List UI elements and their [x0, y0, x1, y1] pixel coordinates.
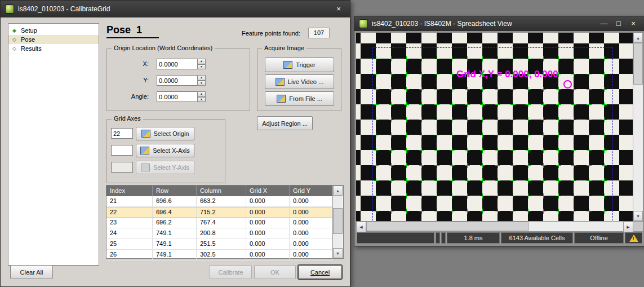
grid-cross-marker [450, 133, 455, 138]
close-icon[interactable]: × [627, 18, 640, 29]
grid-cross-marker [434, 133, 439, 138]
scrollbar-thumb[interactable] [366, 222, 528, 231]
scroll-right-icon[interactable]: ▶ [623, 222, 633, 232]
adjust-region-button[interactable]: Adjust Region ... [257, 116, 313, 130]
scroll-down-icon[interactable]: ▼ [333, 248, 343, 258]
x-axis-index-field[interactable] [111, 145, 133, 156]
grid-cross-marker [480, 133, 485, 138]
grid-cross-marker [571, 178, 576, 183]
grid-cross-marker [541, 209, 546, 214]
grid-cross-marker [480, 117, 485, 122]
angle-label: Angle: [107, 93, 149, 100]
table-scrollbar[interactable]: ▲ ▼ [332, 186, 343, 258]
grid-cross-marker [419, 117, 424, 122]
spinner-up-icon[interactable]: ▲ [197, 91, 206, 97]
tree-item-label: Setup [21, 27, 37, 34]
column-header: Grid X [246, 186, 290, 196]
spreadsheet-titlebar[interactable]: is8402_010203 - IS8402M - Spreadsheet Vi… [354, 16, 644, 31]
grid-cross-marker [602, 193, 607, 198]
tree-item-setup[interactable]: ◆ Setup [8, 26, 99, 35]
grid-cross-marker [602, 133, 607, 138]
x-input[interactable] [157, 59, 198, 69]
grid-cross-marker [541, 178, 546, 183]
trigger-button[interactable]: Trigger [265, 58, 334, 72]
spinner-down-icon[interactable]: ▼ [197, 97, 206, 103]
origin-index-field[interactable] [111, 128, 133, 139]
scrollbar-thumb[interactable] [333, 208, 343, 234]
y-input[interactable] [157, 75, 198, 86]
grid-cross-marker [556, 102, 561, 107]
tree-item-label: Results [21, 45, 42, 52]
table-cell: 0.000 [290, 250, 332, 260]
grid-cross-marker [541, 117, 546, 122]
status-segment-warning[interactable] [625, 232, 642, 244]
live-video-button[interactable]: Live Video ... [265, 74, 334, 89]
vertical-scrollbar[interactable]: ▲ ▼ [633, 33, 643, 221]
spinner-down-icon[interactable]: ▼ [197, 81, 206, 86]
select-x-axis-button[interactable]: Select X-Axis [136, 144, 194, 157]
grid-cross-marker [465, 102, 470, 107]
minimize-icon[interactable]: — [597, 18, 611, 29]
grid-cross-marker [587, 56, 592, 61]
spinner-down-icon[interactable]: ▼ [197, 64, 206, 70]
grid-cross-marker [389, 148, 394, 153]
grid-cross-marker [587, 117, 592, 122]
scrollbar-thumb[interactable] [633, 43, 643, 85]
grid-cross-marker [419, 72, 424, 77]
table-cell: 715.2 [197, 207, 246, 217]
spinner-up-icon[interactable]: ▲ [197, 59, 206, 64]
table-row-selected[interactable]: 22 696.4 715.2 0.000 0.000 [106, 207, 332, 218]
scroll-up-icon[interactable]: ▲ [633, 33, 643, 43]
grid-cross-marker [495, 133, 500, 138]
scrollbar-track[interactable] [333, 196, 343, 248]
grid-cross-marker [571, 87, 576, 92]
from-file-button[interactable]: From File ... [265, 91, 334, 106]
grid-cross-marker [510, 117, 516, 122]
cancel-button[interactable]: Cancel [298, 265, 342, 279]
grid-cross-marker [480, 87, 485, 92]
button-label: Select Y-Axis [153, 164, 189, 171]
origin-location-group: Origin Location (World Coordinates) X: ▲… [106, 48, 250, 111]
clear-all-button[interactable]: Clear All [10, 265, 53, 279]
angle-input[interactable] [157, 91, 198, 102]
horizontal-scrollbar[interactable]: ◀ ▶ [356, 222, 633, 231]
table-cell: 251.5 [197, 239, 246, 249]
grid-cross-marker [450, 163, 455, 168]
table-row[interactable]: 21 696.6 663.2 0.000 0.000 [106, 196, 332, 207]
angle-spinner: ▲ ▼ [197, 91, 206, 102]
tree-item-pose[interactable]: ◇ Pose [8, 35, 99, 44]
grid-cross-marker [465, 133, 470, 138]
scroll-up-icon[interactable]: ▲ [333, 186, 343, 196]
table-header-row: Index Row Column Grid X Grid Y [106, 186, 332, 196]
calibrate-titlebar[interactable]: is8402_010203 - CalibrateGrid × [1, 1, 350, 17]
image-viewport[interactable]: Grid X,Y = 0.000, 0.000 [356, 33, 633, 221]
grid-cross-marker [602, 163, 607, 168]
grid-cross-marker [587, 163, 592, 168]
grid-cross-marker [495, 117, 500, 122]
grid-cross-marker [389, 193, 394, 198]
select-origin-button[interactable]: Select Origin [136, 127, 194, 140]
scrollbar-track[interactable] [528, 222, 623, 231]
spreadsheet-body: Grid X,Y = 0.000, 0.000 ▲ ▼ ◀ ▶ [354, 31, 644, 246]
tree-item-results[interactable]: ◇ Results [8, 44, 99, 53]
table-row[interactable]: 24 749.1 200.8 0.000 0.000 [106, 228, 332, 239]
button-label: Calibrate [218, 269, 243, 276]
grid-cross-marker [465, 209, 470, 214]
table-cell: 0.000 [246, 250, 290, 260]
grid-cross-marker [434, 193, 439, 198]
scroll-down-icon[interactable]: ▼ [633, 211, 643, 221]
table-row[interactable]: 26 749.1 302.5 0.000 0.000 [106, 250, 332, 260]
spinner-up-icon[interactable]: ▲ [197, 75, 206, 81]
close-icon[interactable]: × [332, 3, 345, 15]
grid-cross-marker [495, 178, 500, 183]
scroll-left-icon[interactable]: ◀ [356, 222, 366, 232]
table-row[interactable]: 23 696.2 767.4 0.000 0.000 [106, 218, 332, 228]
maximize-icon[interactable]: □ [612, 18, 625, 29]
warning-icon [629, 235, 638, 242]
scrollbar-track[interactable] [633, 43, 643, 211]
grid-cross-marker [571, 193, 576, 198]
app-icon [359, 19, 368, 28]
grid-cross-marker [541, 102, 546, 107]
diamond-icon: ◇ [12, 35, 18, 44]
table-row[interactable]: 25 749.1 251.5 0.000 0.000 [106, 239, 332, 250]
